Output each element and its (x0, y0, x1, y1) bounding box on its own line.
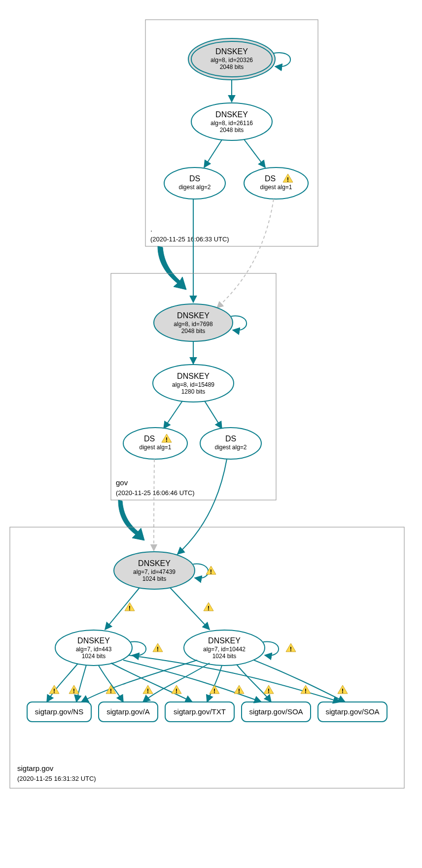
edge-sig-ksk-self (193, 564, 208, 578)
node-gov-ds2[interactable]: DS digest alg=2 (200, 428, 261, 459)
zone-root: . (2020-11-25 16:06:33 UTC) DNSKEY alg=8… (145, 20, 318, 246)
svg-text:gov: gov (116, 478, 128, 487)
edge-govds1-to-sig-ksk (154, 459, 154, 551)
warning-icon (234, 685, 244, 695)
node-gov-ds1[interactable]: DS digest alg=1 (123, 428, 187, 459)
edge-z1-soa1 (123, 660, 261, 702)
svg-text:DNSKEY: DNSKEY (177, 372, 210, 380)
svg-text:alg=8, id=20326: alg=8, id=20326 (211, 57, 253, 64)
warning-icon (206, 566, 216, 575)
warning-icon (286, 643, 296, 653)
svg-text:DNSKEY: DNSKEY (215, 47, 248, 56)
svg-text:1280 bits: 1280 bits (181, 388, 206, 395)
warning-icon (301, 685, 311, 695)
svg-text:DNSKEY: DNSKEY (138, 559, 171, 568)
svg-point-33 (200, 428, 261, 459)
edge-sig-ksk-to-zsk1 (105, 588, 140, 630)
svg-text:(2020-11-25 16:06:46 UTC): (2020-11-25 16:06:46 UTC) (116, 489, 195, 497)
node-gov-ksk[interactable]: DNSKEY alg=8, id=7698 2048 bits (154, 304, 233, 341)
svg-text:digest alg=1: digest alg=1 (260, 184, 292, 191)
edge-gov-zsk-to-ds1 (164, 401, 182, 429)
svg-text:1024 bits: 1024 bits (212, 653, 237, 660)
svg-text:DNSKEY: DNSKEY (215, 110, 248, 119)
svg-text:2048 bits: 2048 bits (220, 64, 244, 70)
svg-text:DNSKEY: DNSKEY (208, 636, 241, 645)
svg-point-16 (244, 167, 308, 199)
svg-text:DS: DS (189, 174, 200, 183)
svg-text:digest alg=1: digest alg=1 (139, 444, 171, 451)
edge-z2-a (143, 663, 210, 702)
svg-text:.: . (150, 225, 152, 233)
svg-text:sigtarp.gov/A: sigtarp.gov/A (106, 707, 150, 716)
svg-text:1024 bits: 1024 bits (142, 575, 167, 582)
edge-gov-zsk-to-ds2 (205, 401, 222, 429)
svg-text:2048 bits: 2048 bits (181, 328, 206, 334)
svg-text:alg=7, id=10442: alg=7, id=10442 (203, 646, 246, 653)
rrset-soa1[interactable]: sigtarp.gov/SOA (242, 702, 311, 722)
warning-icon (153, 643, 163, 653)
svg-text:alg=8, id=15489: alg=8, id=15489 (172, 381, 214, 388)
svg-point-13 (164, 167, 225, 199)
node-root-zsk[interactable]: DNSKEY alg=8, id=26116 2048 bits (191, 103, 272, 140)
edge-sig-zsk2-self (263, 642, 279, 656)
edge-z1-ns2 (76, 665, 86, 702)
svg-text:DNSKEY: DNSKEY (177, 311, 210, 320)
svg-text:(2020-11-25 16:31:32 UTC): (2020-11-25 16:31:32 UTC) (17, 775, 96, 782)
svg-text:DS: DS (265, 174, 276, 183)
svg-text:sigtarp.gov: sigtarp.gov (17, 764, 54, 772)
warning-icon (143, 685, 153, 695)
warning-icon (338, 685, 348, 695)
edge-root-zsk-to-ds1 (244, 139, 265, 167)
edge-sig-ksk-to-zsk2 (170, 588, 210, 630)
svg-text:DNSKEY: DNSKEY (77, 636, 110, 645)
node-gov-zsk[interactable]: DNSKEY alg=8, id=15489 1280 bits (153, 365, 234, 402)
node-sig-zsk1[interactable]: DNSKEY alg=7, id=443 1024 bits (55, 630, 132, 666)
rrset-ns[interactable]: sigtarp.gov/NS (27, 702, 91, 722)
edge-z1-ns (47, 664, 78, 702)
node-sig-ksk[interactable]: DNSKEY alg=7, id=47439 1024 bits (114, 552, 195, 589)
zone-gov: gov (2020-11-25 16:06:46 UTC) DNSKEY alg… (111, 273, 276, 500)
edge-z2-soa1 (237, 665, 271, 702)
svg-text:sigtarp.gov/TXT: sigtarp.gov/TXT (174, 707, 226, 716)
delegation-arrow-root-to-gov (158, 246, 186, 290)
edge-root-ksk-self (274, 53, 290, 67)
svg-text:digest alg=2: digest alg=2 (214, 444, 246, 451)
svg-text:alg=8, id=7698: alg=8, id=7698 (174, 321, 213, 328)
edge-sig-zsk1-self (131, 642, 146, 656)
edge-gov-ksk-self (231, 316, 246, 330)
svg-text:alg=7, id=443: alg=7, id=443 (76, 646, 112, 653)
svg-text:(2020-11-25 16:06:33 UTC): (2020-11-25 16:06:33 UTC) (150, 235, 229, 243)
svg-text:sigtarp.gov/SOA: sigtarp.gov/SOA (249, 707, 303, 716)
delegation-arrow-gov-to-sigtarp (118, 500, 144, 540)
svg-text:alg=8, id=26116: alg=8, id=26116 (211, 120, 253, 127)
svg-text:DS: DS (144, 434, 155, 443)
warning-icon (204, 602, 213, 612)
svg-point-30 (123, 428, 187, 459)
svg-text:DS: DS (225, 434, 236, 443)
warning-icon (264, 685, 274, 695)
node-root-ds2[interactable]: DS digest alg=2 (164, 167, 225, 199)
node-root-ds1[interactable]: DS digest alg=1 (244, 167, 308, 199)
edge-ds1-to-gov-ksk (217, 199, 274, 308)
svg-text:alg=7, id=47439: alg=7, id=47439 (133, 568, 176, 575)
svg-text:1024 bits: 1024 bits (82, 653, 106, 660)
svg-text:sigtarp.gov/SOA: sigtarp.gov/SOA (325, 707, 379, 716)
node-root-ksk[interactable]: DNSKEY alg=8, id=20326 2048 bits (188, 38, 275, 80)
rrset-txt[interactable]: sigtarp.gov/TXT (165, 702, 234, 722)
zone-sigtarp: sigtarp.gov (2020-11-25 16:31:32 UTC) DN… (10, 527, 404, 788)
edge-root-zsk-to-ds2 (204, 140, 222, 167)
rrset-soa2[interactable]: sigtarp.gov/SOA (318, 702, 387, 722)
warning-icon (172, 685, 181, 695)
edge-govds2-to-sig-ksk (177, 459, 227, 554)
rrset-a[interactable]: sigtarp.gov/A (99, 702, 158, 722)
warning-icon (69, 685, 79, 695)
svg-text:digest alg=2: digest alg=2 (178, 184, 211, 191)
dnssec-graph: ! . (2020-11-25 16:06:33 UTC) DNSKEY alg… (0, 0, 422, 868)
svg-text:2048 bits: 2048 bits (220, 127, 244, 134)
edge-z1-a (99, 666, 123, 702)
svg-text:sigtarp.gov/NS: sigtarp.gov/NS (35, 707, 83, 716)
